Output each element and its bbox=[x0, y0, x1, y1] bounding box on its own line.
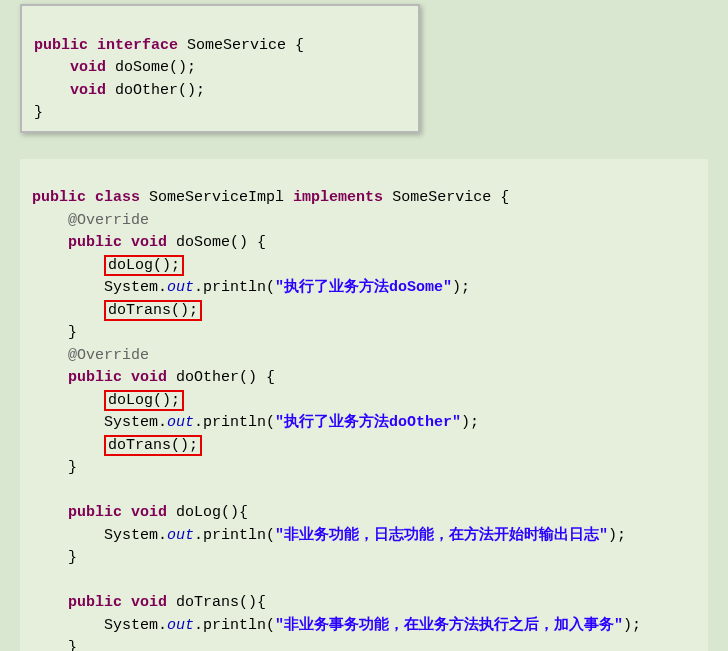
line-end: ); bbox=[608, 527, 626, 544]
keyword-void: void bbox=[131, 369, 167, 386]
brace-close: } bbox=[68, 639, 77, 651]
keyword-public: public bbox=[32, 189, 86, 206]
system: System. bbox=[104, 527, 167, 544]
out-field: out bbox=[167, 527, 194, 544]
keyword-public: public bbox=[68, 504, 122, 521]
out-field: out bbox=[167, 279, 194, 296]
method-doSome: doSome() { bbox=[167, 234, 266, 251]
highlight-doTrans-call: doTrans(); bbox=[104, 435, 202, 456]
annotation-override: @Override bbox=[68, 212, 149, 229]
implements-name: SomeService bbox=[392, 189, 491, 206]
brace-close: } bbox=[34, 104, 43, 121]
highlight-doLog-call: doLog(); bbox=[104, 255, 184, 276]
println: .println( bbox=[194, 279, 275, 296]
out-field: out bbox=[167, 617, 194, 634]
println: .println( bbox=[194, 527, 275, 544]
keyword-void: void bbox=[131, 234, 167, 251]
line-end: ); bbox=[461, 414, 479, 431]
keyword-public: public bbox=[68, 369, 122, 386]
keyword-public: public bbox=[34, 37, 88, 54]
out-field: out bbox=[167, 414, 194, 431]
println: .println( bbox=[194, 617, 275, 634]
keyword-interface: interface bbox=[97, 37, 178, 54]
highlight-doLog-call: doLog(); bbox=[104, 390, 184, 411]
string-trans: "非业务事务功能，在业务方法执行之后，加入事务" bbox=[275, 617, 623, 634]
method-doSome: doSome(); bbox=[106, 59, 196, 76]
method-doOther: doOther(); bbox=[106, 82, 205, 99]
line-end: ); bbox=[623, 617, 641, 634]
line-end: ); bbox=[452, 279, 470, 296]
string-log: "非业务功能，日志功能，在方法开始时输出日志" bbox=[275, 527, 608, 544]
brace-open: { bbox=[286, 37, 304, 54]
keyword-void: void bbox=[70, 82, 106, 99]
string-doOther: "执行了业务方法doOther" bbox=[275, 414, 461, 431]
interface-name: SomeService bbox=[187, 37, 286, 54]
system: System. bbox=[104, 279, 167, 296]
keyword-void: void bbox=[131, 594, 167, 611]
method-doOther: doOther() { bbox=[167, 369, 275, 386]
brace-close: } bbox=[68, 549, 77, 566]
keyword-implements: implements bbox=[293, 189, 383, 206]
method-doLog: doLog(){ bbox=[167, 504, 248, 521]
highlight-doTrans-call: doTrans(); bbox=[104, 300, 202, 321]
class-name: SomeServiceImpl bbox=[149, 189, 284, 206]
brace-close: } bbox=[68, 459, 77, 476]
println: .println( bbox=[194, 414, 275, 431]
keyword-public: public bbox=[68, 594, 122, 611]
keyword-class: class bbox=[95, 189, 140, 206]
string-doSome: "执行了业务方法doSome" bbox=[275, 279, 452, 296]
keyword-void: void bbox=[70, 59, 106, 76]
class-code-block: public class SomeServiceImpl implements … bbox=[20, 159, 708, 652]
brace-close: } bbox=[68, 324, 77, 341]
interface-code-block: public interface SomeService { void doSo… bbox=[20, 4, 420, 133]
method-doTrans: doTrans(){ bbox=[167, 594, 266, 611]
keyword-public: public bbox=[68, 234, 122, 251]
system: System. bbox=[104, 414, 167, 431]
annotation-override: @Override bbox=[68, 347, 149, 364]
system: System. bbox=[104, 617, 167, 634]
brace-open: { bbox=[491, 189, 509, 206]
keyword-void: void bbox=[131, 504, 167, 521]
